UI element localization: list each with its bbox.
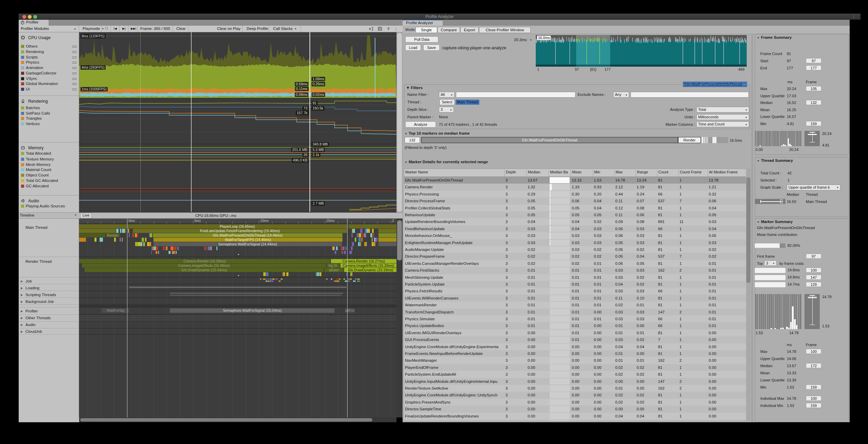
timeline-sliver[interactable] (208, 246, 209, 250)
pull-data-button[interactable]: Pull Data (405, 36, 438, 42)
sidebar-thread-main-thread[interactable]: Main Thread (19, 225, 79, 230)
legend-item-triangles[interactable]: Triangles (19, 116, 79, 121)
timeline-sliver[interactable] (128, 229, 129, 233)
timeline-bar[interactable]: hg (0. (327, 263, 340, 268)
legend-item-gc-allocated[interactable]: GC Allocated (19, 184, 79, 189)
panel-splitter[interactable] (751, 34, 753, 422)
timeline-sliver[interactable] (356, 278, 357, 280)
table-row[interactable]: Director.SampleTime30.000.000.000.000.00… (404, 406, 749, 412)
timeline-bar[interactable]: Camera.Render (16.28ms) (79, 259, 330, 263)
table-row[interactable]: UpdateRendererBoundingVolumes30.040.040.… (404, 218, 749, 225)
timeline-sliver[interactable] (357, 233, 358, 237)
next-frame-button[interactable]: ▶| (120, 25, 128, 32)
marker-stat-frame-button[interactable]: 100 (806, 349, 821, 354)
timeline-sliver[interactable] (151, 251, 152, 254)
timeline-sliver[interactable] (120, 238, 121, 242)
exclude-names-input[interactable] (631, 92, 749, 98)
timeline-bar[interactable]: Gfx.DrawDynamic (15.44ms) (85, 268, 324, 272)
timeline-sliver[interactable] (172, 251, 174, 254)
timeline-sliver[interactable] (368, 229, 370, 233)
timeline-bar[interactable] (378, 229, 396, 233)
load-profile-icon[interactable] (369, 27, 373, 32)
timeline-sliver[interactable] (351, 246, 353, 250)
timeline-sliver[interactable] (263, 278, 266, 280)
column-header-count-frame[interactable]: Count Frame (680, 170, 707, 174)
timeline-sliver[interactable] (114, 238, 116, 242)
top10-header[interactable]: ▼Top 10 markers on median frame (405, 131, 470, 135)
timeline-bar[interactable] (378, 233, 396, 237)
timeline-bar[interactable]: WaitForSig (102, 308, 129, 313)
median-frame-box[interactable]: 132 (405, 137, 420, 143)
table-row[interactable]: NavMeshManager30.000.000.000.010.0116220… (404, 357, 749, 364)
timeline-sliver[interactable] (372, 242, 373, 246)
table-row[interactable]: PlayerEndOfFrame30.000.000.000.020.02811… (404, 364, 749, 371)
module-header-memory[interactable]: Memory (20, 145, 78, 151)
frame-info-frame-button[interactable]: 177 (806, 65, 821, 70)
table-row[interactable]: UIEvents.WillRenderCanvases30.010.010.01… (404, 295, 749, 302)
timeline-sliver[interactable] (358, 238, 361, 242)
timeline-sliver[interactable] (260, 278, 261, 280)
table-row[interactable]: Monobehaviour.OnMouse_30.030.030.030.060… (404, 232, 749, 239)
tab-profile-analyzer[interactable]: Profile Analyzer (403, 20, 443, 25)
view-mode-dropdown[interactable]: Timeline ▼ (20, 213, 78, 217)
mode-export-button[interactable]: Export (460, 27, 479, 33)
timeline-sliver[interactable] (124, 229, 125, 233)
top-frame-button[interactable]: 147 (806, 275, 821, 280)
timeline-sliver[interactable] (336, 246, 338, 250)
timeline-sliver[interactable] (149, 242, 151, 246)
table-row[interactable]: UnityEngine.InputModule.dll!UnityEngineI… (404, 378, 749, 385)
name-filter-input[interactable] (456, 92, 575, 98)
timeline-sliver[interactable] (176, 251, 177, 254)
table-row[interactable]: Camera.FindStacks30.010.010.010.030.0316… (404, 267, 749, 274)
timeline-sliver[interactable] (266, 280, 267, 282)
column-header-median-ba[interactable]: Median Ba (550, 170, 570, 174)
table-row[interactable]: EndGraphicsJobs30.000.000.000.010.013244… (404, 420, 749, 421)
depth-slice-dropdown[interactable]: 3▼ (439, 107, 454, 113)
timeline-sliver[interactable] (177, 246, 179, 250)
timeline-hscrollbar-thumb[interactable] (80, 418, 372, 422)
table-row[interactable]: FixedBehaviourUpdate30.030.040.030.060.0… (404, 225, 749, 232)
timeline-sliver[interactable] (150, 233, 152, 237)
timeline-sliver[interactable] (373, 233, 375, 237)
frame-stat-frame-button[interactable]: 132 (806, 100, 821, 105)
window-menu-kebab-icon[interactable]: ⋮ (852, 14, 856, 19)
legend-item-global-illumination[interactable]: Global Illumination (19, 81, 79, 86)
legend-item-rendering[interactable]: Rendering (19, 49, 79, 54)
timeline-bar[interactable]: Semaphore.WaitForSignal (14.44ms) (154, 242, 342, 246)
timeline-sliver[interactable] (153, 246, 154, 250)
timeline-sliver[interactable] (132, 233, 135, 237)
sidebar-thread-profiler[interactable]: ▶Profiler (19, 309, 79, 314)
marker-stat-frame-button[interactable]: 100 (806, 396, 821, 401)
timeline-sliver[interactable] (266, 278, 267, 280)
sidebar-thread-cloudjob[interactable]: ▶CloudJob (19, 329, 79, 335)
legend-item-total-gc-allocated[interactable]: Total GC Allocated (19, 178, 79, 183)
timeline-bar[interactable] (170, 295, 341, 296)
frame-stat-frame-button[interactable]: 105 (806, 86, 821, 91)
column-header-min[interactable]: Min (594, 170, 614, 174)
timeline-sliver[interactable] (170, 246, 171, 250)
table-row[interactable]: Physics.UpdateBodies30.010.010.000.010.0… (404, 322, 749, 329)
timeline-sliver[interactable] (365, 229, 367, 233)
timeline-sliver[interactable] (269, 278, 272, 280)
timeline-sliver[interactable] (122, 238, 123, 242)
table-row[interactable]: FinalizeUpdateRendererBoundingVolumes30.… (404, 413, 749, 420)
legend-item-mesh-memory[interactable]: Mesh Memory (19, 162, 79, 167)
timeline-scrollbar-thumb[interactable] (397, 220, 402, 260)
marker-columns-dropdown[interactable]: Time and Count▼ (696, 121, 749, 127)
timeline-sliver[interactable] (281, 278, 282, 280)
column-header-depth[interactable]: Depth (506, 170, 526, 174)
timeline-sliver[interactable] (342, 251, 342, 254)
timeline-sliver[interactable] (365, 233, 366, 237)
save-profile-icon[interactable] (378, 27, 382, 32)
table-row[interactable]: Physics.FetchResults30.010.010.010.030.0… (404, 288, 749, 294)
timeline-sliver[interactable] (353, 229, 355, 233)
table-row[interactable]: UIEvents.IMGUIRenderOverlays30.000.010.0… (404, 329, 749, 336)
legend-item-physics[interactable]: Physics (19, 60, 79, 65)
help-icon[interactable]: ? (386, 25, 391, 32)
timeline-scrollbar[interactable] (396, 219, 403, 417)
module-header-audio[interactable]: Audio (20, 198, 78, 204)
top10-segment-render[interactable]: Render (678, 137, 701, 143)
table-row[interactable]: Director.PrepareFrame30.020.020.020.050.… (404, 253, 749, 260)
timeline-tracks[interactable]: 0ms5ms10ms15ms2PlayerLoop (16.65ms)PostL… (79, 219, 396, 417)
frame-stat-frame-button[interactable]: 159 (806, 121, 821, 126)
